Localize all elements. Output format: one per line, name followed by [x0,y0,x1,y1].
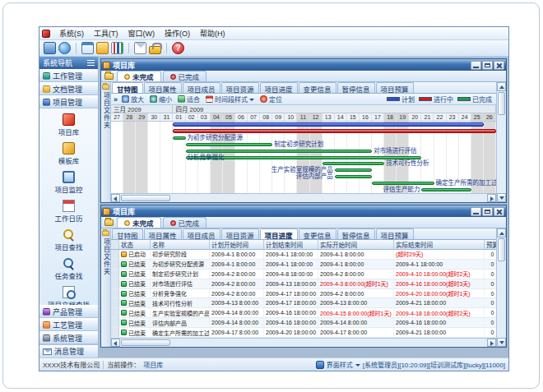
gantt-tool-button-3[interactable]: 时间段样式 [204,95,256,104]
gantt-task-bar[interactable] [323,162,384,165]
folder-tab-1[interactable]: 已完成 [163,217,207,228]
gantt-summary-bar[interactable] [173,129,496,133]
column-header-1[interactable]: 名称 [151,240,210,249]
tab-3[interactable]: 项目资源 [221,82,259,93]
folder-panel-tab[interactable]: 项目文件夹 [101,228,111,347]
globe-icon[interactable] [58,42,71,54]
close-button[interactable] [494,61,504,70]
sidebar-section-bottom-1[interactable]: 工艺管理 [39,318,98,331]
table-row[interactable]: 已结束技术可行性分析2009-4-13 8:00:002009-4-17 18:… [111,298,496,308]
vertical-scrollbar[interactable] [496,228,506,347]
table-row[interactable]: 已结束确定生产所需的加工过程2009-4-17 8:00:002009-4-20… [111,328,496,338]
window-titlebar[interactable]: 项目库 [101,205,506,217]
column-header-2[interactable]: 计划开始时间 [210,240,264,249]
scroll-up-arrow[interactable] [497,82,506,91]
sidebar-section-1[interactable]: 文档管理 [39,82,98,95]
horizontal-scrollbar[interactable] [111,193,496,202]
maximize-button[interactable] [482,207,493,216]
column-header-5[interactable]: 实际结束时间 [394,240,485,249]
ui-style-dropdown-caret-icon[interactable] [355,364,360,369]
tab-6[interactable]: 暂停信息 [337,228,375,239]
tab-4[interactable]: 项目进度 [260,228,298,239]
minimize-button[interactable] [471,207,481,216]
monitor-icon[interactable] [44,42,56,54]
sidebar-item-2[interactable]: 项目监控 [42,169,96,196]
menu-item-3[interactable]: 操作(O) [160,27,195,39]
gantt-chart-area[interactable]: 为初步研究分配资源制定初步研究计划对市场进行评估分析竞争强化技术可行性分析生产实… [111,122,496,193]
tab-1[interactable]: 项目属性 [144,228,182,239]
folder-panel-tab[interactable]: 项目文件夹 [101,82,111,202]
sidebar-section-2[interactable]: 项目管理 [39,95,98,108]
column-header-4[interactable]: 实际开始时间 [318,240,394,249]
row-selector[interactable] [111,289,119,298]
scroll-right-arrow[interactable] [487,194,496,202]
folder-button[interactable] [103,73,115,81]
gantt-task-bar[interactable] [421,188,471,191]
column-header-6[interactable]: 预算 [485,240,496,249]
window-titlebar[interactable]: 项目库 [101,59,506,71]
table-row[interactable]: 已结束制定初步研究计划2009-4-2 8:00:002009-4-8 18:0… [111,270,496,279]
tab-0[interactable]: 甘特图 [112,228,143,239]
mail-icon[interactable] [134,42,146,54]
scroll-thumb[interactable] [121,195,170,201]
sidebar-item-0[interactable]: 项目库 [42,112,96,138]
row-selector[interactable] [111,270,119,279]
tab-7[interactable]: 项目预算 [376,228,414,239]
scroll-left-arrow[interactable] [111,339,120,347]
scroll-thumb[interactable] [121,339,170,346]
scroll-up-arrow[interactable] [497,228,506,238]
column-header-3[interactable]: 计划结束时间 [264,240,318,249]
folder-icon[interactable] [96,42,109,54]
row-selector[interactable] [111,328,119,337]
tab-4[interactable]: 项目进度 [260,82,298,93]
lock-icon[interactable] [149,46,161,54]
scroll-down-arrow[interactable] [497,193,506,202]
tab-5[interactable]: 变更信息 [299,82,336,93]
window-icon[interactable] [81,42,94,54]
folder-button[interactable] [103,219,115,228]
gantt-summary-bar[interactable] [173,122,483,127]
tab-5[interactable]: 变更信息 [299,228,336,239]
sidebar-tab-messages[interactable]: 消息管理 [39,344,98,357]
sidebar-item-6[interactable]: 项目文档查找 [42,284,96,305]
tab-1[interactable]: 项目属性 [144,82,182,93]
vertical-scrollbar[interactable] [496,82,506,202]
row-selector[interactable] [111,260,119,269]
row-selector[interactable] [111,318,119,327]
tab-3[interactable]: 项目资源 [221,228,259,239]
table-row[interactable]: 已结束对市场进行评估2009-4-2 8:00:002009-4-13 18:0… [111,279,496,289]
sidebar-item-3[interactable]: 工作日历 [42,198,96,224]
gantt-task-bar[interactable] [372,182,434,185]
folder-tab-0[interactable]: 未完成 [117,217,161,228]
row-selector[interactable] [111,279,119,288]
gantt-tool-button-2[interactable]: 适合 [176,95,202,104]
gantt-tool-button-0[interactable]: 放大 [120,95,146,104]
overflow-chevron-icon[interactable]: » [114,95,118,104]
tab-6[interactable]: 暂停信息 [337,82,375,93]
sidebar-item-5[interactable]: 任务查找 [42,256,96,282]
sidebar-item-4[interactable]: 项目查找 [42,227,96,253]
table-row[interactable]: 已结束为初步研究分配资源2009-4-1 8:00:002009-4-1 18:… [111,260,496,270]
table-row[interactable]: 已结束生产实验室规模的产品2009-4-14 8:00:002009-4-16 … [111,308,496,318]
tab-7[interactable]: 项目预算 [376,82,414,93]
table-row[interactable]: 已启动初步研究阶段2009-4-1 8:00:002009-4-1 18:00:… [111,250,496,260]
tab-0[interactable]: 甘特图 [112,82,143,93]
chart-icon[interactable] [111,42,123,54]
gantt-task-bar[interactable] [186,143,273,146]
scroll-thumb[interactable] [498,238,505,261]
menu-item-4[interactable]: 帮助(H) [195,27,230,39]
scroll-left-arrow[interactable] [111,194,120,202]
horizontal-scrollbar[interactable] [111,338,496,347]
scroll-right-arrow[interactable] [487,339,496,347]
sidebar-header[interactable]: 系统导航 [39,57,98,69]
row-selector[interactable] [111,298,119,307]
tab-2[interactable]: 项目成员 [183,82,220,93]
folder-tab-1[interactable]: 已完成 [163,71,207,81]
sidebar-section-0[interactable]: 工作管理 [39,69,98,82]
gantt-task-bar[interactable] [335,168,372,172]
row-selector[interactable] [111,250,119,259]
gantt-task-bar[interactable] [186,150,372,153]
menu-item-2[interactable]: 窗口(W) [123,27,160,39]
gantt-tool-button-1[interactable]: 缩小 [148,95,174,104]
sidebar-item-1[interactable]: 模板库 [42,141,96,167]
